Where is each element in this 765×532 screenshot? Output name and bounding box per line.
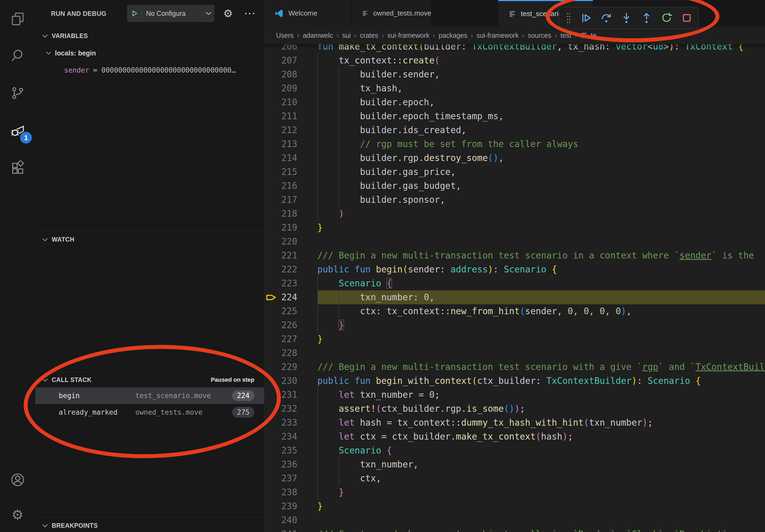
code-line[interactable]: 218 ) [264, 207, 765, 221]
code-line-text[interactable]: Scenario { [318, 443, 765, 457]
line-number[interactable]: 212 [264, 123, 318, 137]
code-line-text[interactable]: /// Begin a new multi-transaction test s… [318, 249, 765, 263]
code-line-text[interactable] [318, 235, 765, 249]
line-number[interactable]: 216 [264, 179, 318, 193]
code-line[interactable]: 220 [264, 235, 765, 249]
code-line[interactable]: 234 let ctx = ctx_builder.make_tx_contex… [264, 430, 765, 443]
source-control-icon[interactable] [0, 86, 35, 101]
line-number[interactable]: 210 [264, 95, 318, 109]
code-line-text[interactable]: // rgp must be set from the caller alway… [318, 137, 765, 151]
call-stack-frame[interactable]: begin test_scenario.move 224 [35, 387, 264, 404]
code-line-text[interactable]: /// Creates and shares system objects, a… [318, 527, 765, 532]
line-number[interactable]: 239 [264, 499, 318, 513]
code-line-text[interactable]: builder.rgp.destroy_some(), [318, 151, 765, 165]
code-line[interactable]: 232 assert!(ctx_builder.rgp.is_some()); [264, 402, 765, 416]
code-line-text[interactable]: builder.epoch, [318, 95, 765, 109]
line-number[interactable]: 227 [264, 332, 318, 346]
code-line[interactable]: 233 let hash = tx_context::dummy_tx_hash… [264, 416, 765, 430]
code-line[interactable]: 210 builder.epoch, [264, 95, 765, 109]
code-line[interactable]: 235 Scenario { [264, 443, 765, 457]
line-number[interactable]: 213 [264, 137, 318, 151]
code-line-text[interactable]: let hash = tx_context::dummy_tx_hash_wit… [318, 416, 765, 430]
breadcrumb-item[interactable]: packages [439, 32, 467, 39]
code-line[interactable]: 228 [264, 346, 765, 360]
line-number[interactable]: 217 [264, 193, 318, 207]
code-line-text[interactable]: txn_number: 0, [318, 290, 765, 304]
code-line-text[interactable]: ) [318, 207, 765, 221]
code-line[interactable]: 225 ctx: tx_context::new_from_hint(sende… [264, 304, 765, 318]
code-line[interactable]: 223 Scenario { [264, 276, 765, 290]
code-line[interactable]: 230public fun begin_with_context(ctx_bui… [264, 374, 765, 388]
code-line-text[interactable]: txn_number, [318, 457, 765, 471]
code-line-text[interactable]: tx_hash, [318, 82, 765, 95]
breadcrumb-item[interactable]: adamwelc [303, 32, 333, 39]
code-line[interactable]: 219} [264, 221, 765, 235]
line-number[interactable]: 228 [264, 346, 318, 360]
stop-button[interactable] [680, 10, 694, 26]
line-number[interactable]: 230 [264, 374, 318, 388]
more-actions-icon[interactable]: ··· [241, 5, 260, 22]
line-number[interactable]: 209 [264, 82, 318, 95]
line-number[interactable]: 214 [264, 151, 318, 165]
code-line[interactable]: 209 tx_hash, [264, 82, 765, 95]
code-line[interactable]: 227} [264, 332, 765, 346]
line-number[interactable]: 233 [264, 416, 318, 430]
step-out-button[interactable] [640, 10, 653, 26]
code-line-text[interactable]: tx_context::create( [318, 54, 765, 68]
code-line-text[interactable] [318, 513, 765, 527]
code-line-text[interactable]: /// Begin a new multi-transaction test s… [318, 360, 765, 374]
code-line-text[interactable]: builder.epoch_timestamp_ms, [318, 109, 765, 123]
code-line-text[interactable]: builder.sponsor, [318, 193, 765, 207]
breakpoints-section-header[interactable]: BREAKPOINTS [35, 518, 264, 532]
code-line[interactable]: 212 builder.ids_created, [264, 123, 765, 137]
start-debug-icon[interactable] [127, 5, 142, 22]
account-icon[interactable] [0, 472, 35, 487]
call-stack-frame[interactable]: already_marked owned_tests.move 275 [35, 404, 264, 420]
code-line[interactable]: 239} [264, 499, 765, 513]
line-number[interactable]: 208 [264, 68, 318, 82]
code-line[interactable]: 222public fun begin(sender: address): Sc… [264, 263, 765, 276]
step-into-button[interactable] [619, 10, 633, 26]
search-icon[interactable] [0, 48, 35, 63]
code-line[interactable]: 215 builder.gas_price, [264, 165, 765, 179]
line-number[interactable]: 240 [264, 513, 318, 527]
code-line[interactable]: 208 builder.sender, [264, 68, 765, 82]
code-line[interactable]: 214 builder.rgp.destroy_some(), [264, 151, 765, 165]
line-number[interactable]: 231 [264, 388, 318, 402]
breadcrumb-item[interactable]: sui [342, 32, 351, 39]
tab-welcome[interactable]: Welcome [264, 0, 352, 27]
code-line-text[interactable]: builder.gas_budget, [318, 179, 765, 193]
breadcrumb-item[interactable]: test [560, 32, 571, 39]
code-line[interactable]: 216 builder.gas_budget, [264, 179, 765, 193]
line-number[interactable]: 215 [264, 165, 318, 179]
breadcrumb-file[interactable]: te [581, 32, 596, 39]
settings-gear-icon[interactable]: ⚙ [0, 508, 35, 522]
line-number[interactable]: 234 [264, 430, 318, 443]
line-number[interactable]: 226 [264, 318, 318, 332]
debug-config-dropdown[interactable]: No Configura [127, 5, 215, 22]
line-number[interactable]: 222 [264, 263, 318, 276]
line-number[interactable]: 211 [264, 109, 318, 123]
variables-scope-row[interactable]: locals: begin [35, 46, 264, 61]
line-number[interactable]: 207 [264, 54, 318, 68]
line-number[interactable]: 221 [264, 249, 318, 263]
variable-row[interactable]: sender = 0000000000000000000000000000000… [35, 63, 264, 78]
code-line[interactable]: 238 } [264, 485, 765, 499]
watch-section-header[interactable]: WATCH [35, 232, 264, 247]
explorer-icon[interactable] [0, 11, 35, 26]
extensions-icon[interactable] [0, 160, 35, 175]
code-line-text[interactable]: builder.gas_price, [318, 165, 765, 179]
code-line[interactable]: 217 builder.sponsor, [264, 193, 765, 207]
code-line[interactable]: 213 // rgp must be set from the caller a… [264, 137, 765, 151]
code-line-text[interactable]: public fun begin(sender: address): Scena… [318, 263, 765, 276]
code-line[interactable]: 221/// Begin a new multi-transaction tes… [264, 249, 765, 263]
line-number[interactable]: 238 [264, 485, 318, 499]
code-line-text[interactable]: let ctx = ctx_builder.make_tx_context(ha… [318, 430, 765, 443]
variables-section-header[interactable]: VARIABLES [35, 28, 264, 43]
line-number[interactable]: 237 [264, 471, 318, 485]
step-over-button[interactable] [599, 10, 613, 26]
debug-settings-gear-icon[interactable]: ⚙ [221, 5, 236, 22]
restart-button[interactable] [660, 10, 674, 26]
line-number[interactable]: 236 [264, 457, 318, 471]
code-line[interactable]: 229/// Begin a new multi-transaction tes… [264, 360, 765, 374]
